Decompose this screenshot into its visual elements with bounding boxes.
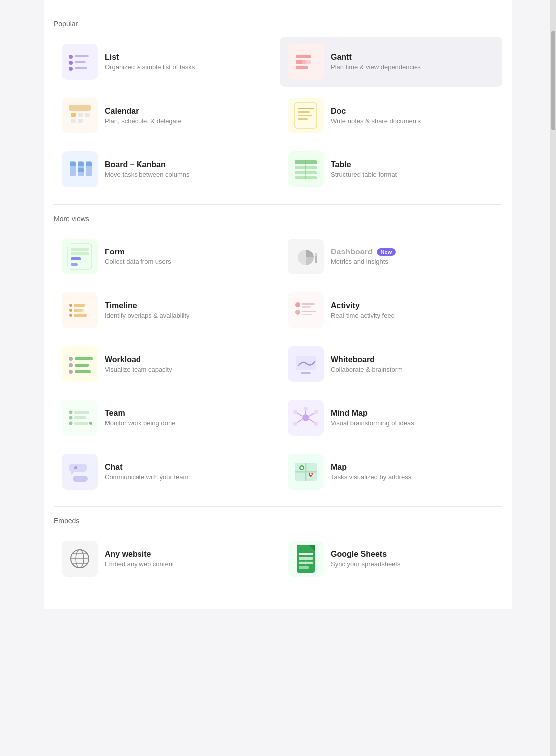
svg-point-1 bbox=[69, 55, 73, 59]
svg-rect-15 bbox=[78, 113, 83, 117]
svg-rect-14 bbox=[71, 113, 76, 117]
workload-item[interactable]: Workload Visualize team capacity bbox=[54, 339, 276, 389]
gsheets-item[interactable]: Google Sheets Sync your spreadsheets bbox=[280, 534, 502, 584]
table-text: Table Structured table format bbox=[331, 160, 494, 178]
svg-point-91 bbox=[314, 422, 318, 426]
svg-rect-29 bbox=[78, 168, 84, 172]
activity-item[interactable]: Activity Real-time activity feed bbox=[280, 285, 502, 335]
workload-desc: Visualize team capacity bbox=[105, 366, 268, 373]
svg-rect-4 bbox=[75, 61, 86, 63]
team-item[interactable]: Team Monitor work being done bbox=[54, 393, 276, 443]
svg-rect-58 bbox=[302, 306, 311, 308]
mindmap-item[interactable]: Mind Map Visual brainstorming of ideas bbox=[280, 393, 502, 443]
scrollbar-thumb[interactable] bbox=[551, 31, 555, 130]
doc-icon bbox=[288, 98, 324, 133]
svg-rect-64 bbox=[75, 357, 93, 360]
doc-title: Doc bbox=[331, 107, 494, 116]
calendar-icon bbox=[62, 98, 98, 133]
gantt-icon bbox=[288, 44, 324, 80]
svg-rect-10 bbox=[302, 60, 311, 64]
svg-rect-26 bbox=[70, 162, 76, 166]
svg-rect-53 bbox=[77, 309, 84, 312]
website-item[interactable]: Any website Embed any web content bbox=[54, 534, 276, 584]
svg-point-74 bbox=[69, 416, 73, 420]
form-desc: Collect data from users bbox=[105, 258, 268, 265]
activity-desc: Real-time activity feed bbox=[331, 312, 494, 319]
map-icon bbox=[288, 454, 324, 490]
map-item[interactable]: Map Tasks visualized by address bbox=[280, 447, 502, 497]
scrollbar[interactable] bbox=[550, 0, 556, 756]
svg-rect-77 bbox=[74, 416, 86, 419]
website-desc: Embed any web content bbox=[105, 560, 268, 568]
svg-rect-41 bbox=[71, 257, 81, 260]
team-title: Team bbox=[105, 409, 268, 418]
svg-point-50 bbox=[69, 314, 72, 317]
form-item[interactable]: Form Collect data from users bbox=[54, 232, 276, 281]
svg-rect-13 bbox=[69, 105, 91, 111]
timeline-text: Timeline Identify overlaps & availabilit… bbox=[105, 301, 268, 319]
whiteboard-icon bbox=[288, 346, 324, 382]
whiteboard-item[interactable]: Whiteboard Collaborate & brainstorm bbox=[280, 339, 502, 389]
form-icon bbox=[62, 239, 98, 274]
svg-rect-39 bbox=[71, 248, 89, 251]
chat-item[interactable]: Chat Communicate with your team bbox=[54, 447, 276, 497]
board-desc: Move tasks between columns bbox=[105, 171, 268, 178]
svg-point-65 bbox=[69, 363, 73, 367]
embeds-grid: Any website Embed any web content bbox=[54, 534, 502, 584]
whiteboard-desc: Collaborate & brainstorm bbox=[331, 366, 494, 373]
svg-point-49 bbox=[69, 309, 72, 312]
list-icon bbox=[62, 44, 98, 80]
workload-text: Workload Visualize team capacity bbox=[105, 355, 268, 373]
svg-rect-66 bbox=[75, 364, 89, 367]
svg-rect-23 bbox=[298, 118, 308, 120]
board-icon bbox=[62, 151, 98, 187]
form-title: Form bbox=[105, 248, 268, 256]
team-text: Team Monitor work being done bbox=[105, 409, 268, 427]
timeline-desc: Identify overlaps & availability bbox=[105, 312, 268, 319]
doc-item[interactable]: Doc Write notes & share documents bbox=[280, 91, 502, 140]
dashboard-item[interactable]: Dashboard New Metrics and insights bbox=[280, 232, 502, 281]
calendar-item[interactable]: Calendar Plan, schedule, & delegate bbox=[54, 91, 276, 140]
list-item[interactable]: List Organized & simple list of tasks bbox=[54, 37, 276, 87]
timeline-item[interactable]: Timeline Identify overlaps & availabilit… bbox=[54, 285, 276, 335]
svg-point-87 bbox=[293, 422, 297, 426]
table-item[interactable]: Table Structured table format bbox=[280, 144, 502, 194]
timeline-title: Timeline bbox=[105, 301, 268, 310]
dashboard-desc: Metrics and insights bbox=[331, 258, 494, 265]
list-text: List Organized & simple list of tasks bbox=[105, 53, 268, 71]
svg-rect-31 bbox=[86, 162, 92, 166]
timeline-icon bbox=[62, 292, 98, 328]
dashboard-text: Dashboard New Metrics and insights bbox=[331, 248, 494, 265]
divider-2 bbox=[54, 506, 502, 507]
svg-point-75 bbox=[69, 422, 73, 425]
svg-rect-40 bbox=[71, 252, 89, 255]
svg-point-83 bbox=[304, 407, 308, 411]
svg-rect-28 bbox=[78, 162, 84, 166]
team-desc: Monitor work being done bbox=[105, 419, 268, 427]
whiteboard-title: Whiteboard bbox=[331, 355, 494, 364]
embeds-section-label: Embeds bbox=[54, 517, 502, 525]
doc-text: Doc Write notes & share documents bbox=[331, 107, 494, 125]
activity-icon bbox=[288, 292, 324, 328]
svg-point-96 bbox=[74, 466, 77, 469]
chat-title: Chat bbox=[105, 463, 268, 472]
gantt-text: Gantt Plan time & view dependencies bbox=[331, 53, 494, 71]
mindmap-text: Mind Map Visual brainstorming of ideas bbox=[331, 409, 494, 427]
board-item[interactable]: Board – Kanban Move tasks between column… bbox=[54, 144, 276, 194]
svg-rect-21 bbox=[298, 111, 310, 113]
svg-rect-20 bbox=[298, 108, 314, 109]
svg-point-103 bbox=[310, 473, 312, 475]
new-badge: New bbox=[377, 248, 396, 256]
map-title: Map bbox=[331, 463, 494, 472]
svg-rect-6 bbox=[75, 67, 87, 69]
form-text: Form Collect data from users bbox=[105, 248, 268, 265]
chat-text: Chat Communicate with your team bbox=[105, 463, 268, 481]
mindmap-title: Mind Map bbox=[331, 409, 494, 418]
svg-rect-57 bbox=[302, 303, 315, 305]
gantt-item[interactable]: Gantt Plan time & view dependencies bbox=[280, 37, 502, 87]
svg-rect-8 bbox=[296, 55, 311, 58]
svg-point-85 bbox=[293, 410, 297, 414]
svg-point-59 bbox=[295, 310, 300, 315]
svg-rect-71 bbox=[301, 372, 311, 374]
map-desc: Tasks visualized by address bbox=[331, 473, 494, 481]
